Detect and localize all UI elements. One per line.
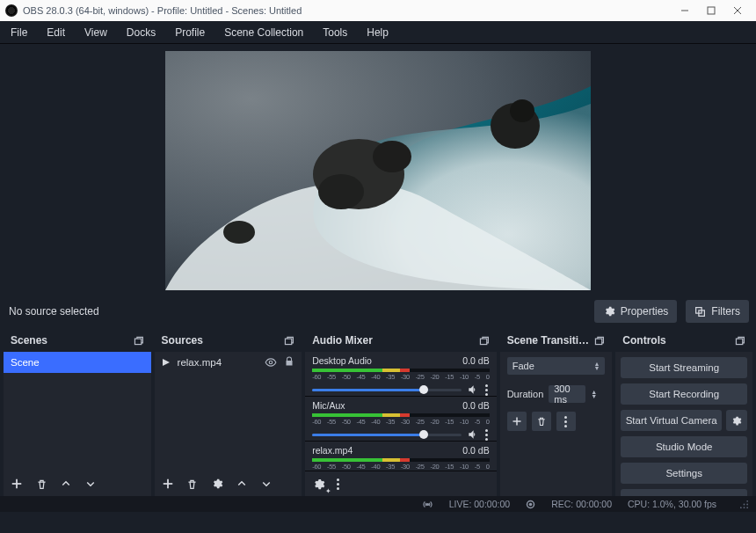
popout-icon[interactable] [133, 335, 144, 347]
popout-icon[interactable] [478, 335, 490, 347]
menu-scene-collection[interactable]: Scene Collection [215, 23, 312, 42]
close-button[interactable] [724, 0, 751, 21]
track-menu-button[interactable] [484, 384, 490, 396]
vu-meter [312, 369, 489, 372]
svg-point-29 [746, 500, 748, 501]
filters-button[interactable]: Filters [686, 300, 749, 323]
svg-point-33 [744, 507, 745, 508]
studio-mode-button[interactable]: Studio Mode [621, 436, 747, 457]
controls-dock: Controls Start Streaming Start Recording… [615, 329, 752, 496]
source-down-button[interactable] [258, 476, 274, 492]
menu-help[interactable]: Help [358, 23, 397, 42]
menu-file[interactable]: File [2, 23, 36, 42]
transition-select[interactable]: Fade ▲▼ [507, 357, 606, 375]
resize-grip-icon[interactable] [739, 500, 749, 509]
audio-mixer-dock: Audio Mixer Desktop Audio0.0 dB-60-55-50… [305, 329, 496, 496]
chevron-updown-icon: ▲▼ [593, 361, 600, 370]
transitions-title: Scene Transiti… [507, 334, 589, 347]
source-item[interactable]: relax.mp4 [155, 352, 302, 373]
status-bar: LIVE: 00:00:00 REC: 00:00:00 CPU: 1.0%, … [0, 496, 756, 512]
track-db: 0.0 dB [462, 355, 489, 366]
exit-button[interactable]: Exit [621, 489, 747, 496]
popout-icon[interactable] [283, 335, 294, 347]
broadcast-icon [422, 500, 433, 509]
status-live: LIVE: 00:00:00 [449, 499, 510, 509]
lock-icon[interactable] [284, 356, 294, 367]
svg-point-34 [740, 507, 742, 508]
no-source-label: No source selected [7, 305, 585, 318]
docks-row: Scenes Scene Sources relax.mp4 [0, 329, 756, 496]
gear-icon [603, 305, 615, 318]
volume-slider[interactable] [312, 434, 461, 436]
speaker-icon[interactable] [467, 383, 479, 396]
status-cpu: CPU: 1.0%, 30.00 fps [628, 499, 716, 509]
svg-point-6 [373, 141, 411, 172]
track-menu-button[interactable] [484, 429, 490, 441]
mixer-track: relax.mp40.0 dB-60-55-50-45-40-35-30-25-… [305, 442, 496, 471]
source-toolbar: No source selected Properties Filters [0, 294, 756, 329]
vu-meter [312, 413, 489, 417]
video-preview[interactable] [165, 51, 591, 290]
record-icon [526, 500, 535, 509]
mixer-track: Mic/Aux0.0 dB-60-55-50-45-40-35-30-25-20… [305, 397, 496, 442]
volume-slider[interactable] [312, 389, 461, 391]
source-name: relax.mp4 [178, 357, 222, 368]
chevron-updown-icon[interactable]: ▲▼ [591, 390, 597, 398]
mixer-track: Desktop Audio0.0 dB-60-55-50-45-40-35-30… [305, 352, 496, 397]
svg-point-7 [318, 174, 364, 209]
menu-view[interactable]: View [76, 23, 116, 42]
track-db: 0.0 dB [462, 445, 489, 456]
status-rec: REC: 00:00:00 [551, 499, 612, 509]
scene-up-button[interactable] [58, 476, 74, 492]
menu-docks[interactable]: Docks [118, 23, 164, 42]
vu-meter [312, 458, 489, 462]
add-scene-button[interactable] [9, 476, 25, 492]
source-up-button[interactable] [234, 476, 250, 492]
duration-input[interactable]: 300 ms [549, 385, 585, 403]
remove-scene-button[interactable] [33, 476, 49, 492]
start-recording-button[interactable]: Start Recording [621, 383, 747, 405]
add-source-button[interactable] [160, 476, 176, 492]
sources-title: Sources [162, 334, 203, 347]
scene-item[interactable]: Scene [4, 352, 151, 373]
minimize-button[interactable] [672, 0, 698, 21]
popout-icon[interactable] [734, 335, 745, 347]
transition-menu-button[interactable] [556, 412, 576, 431]
remove-source-button[interactable] [185, 476, 200, 492]
svg-rect-1 [708, 7, 715, 14]
duration-label: Duration [507, 389, 544, 399]
svg-point-28 [529, 502, 533, 506]
remove-transition-button[interactable] [532, 412, 551, 431]
settings-button[interactable]: Settings [621, 463, 747, 484]
start-streaming-button[interactable]: Start Streaming [621, 357, 747, 378]
track-name: relax.mp4 [312, 445, 353, 456]
eye-icon[interactable] [265, 356, 277, 369]
scene-list: Scene [4, 352, 151, 471]
speaker-icon[interactable] [467, 428, 479, 441]
filters-icon [694, 306, 706, 318]
virtual-camera-settings-button[interactable] [726, 410, 747, 431]
source-list: relax.mp4 [155, 352, 302, 471]
track-db: 0.0 dB [462, 400, 489, 411]
preview-area [0, 44, 756, 294]
mixer-menu-button[interactable] [335, 478, 340, 490]
menu-edit[interactable]: Edit [38, 23, 74, 42]
obs-icon [5, 4, 18, 17]
menu-tools[interactable]: Tools [314, 23, 356, 42]
properties-button[interactable]: Properties [594, 300, 678, 323]
svg-rect-25 [736, 339, 742, 345]
scene-down-button[interactable] [83, 476, 98, 492]
svg-point-32 [746, 507, 748, 508]
menu-profile[interactable]: Profile [166, 23, 214, 42]
svg-rect-22 [596, 339, 602, 345]
start-virtual-camera-button[interactable]: Start Virtual Camera [621, 410, 722, 431]
meter-scale: -60-55-50-45-40-35-30-25-20-15-10-50 [312, 463, 489, 471]
add-transition-button[interactable] [507, 412, 527, 431]
track-name: Mic/Aux [312, 400, 345, 411]
popout-icon[interactable] [593, 335, 605, 347]
maximize-button[interactable] [698, 0, 724, 21]
sources-dock: Sources relax.mp4 [155, 329, 302, 496]
svg-point-9 [510, 99, 534, 122]
mixer-advanced-button[interactable]: ✦ [310, 476, 326, 492]
source-properties-button[interactable] [209, 476, 225, 492]
